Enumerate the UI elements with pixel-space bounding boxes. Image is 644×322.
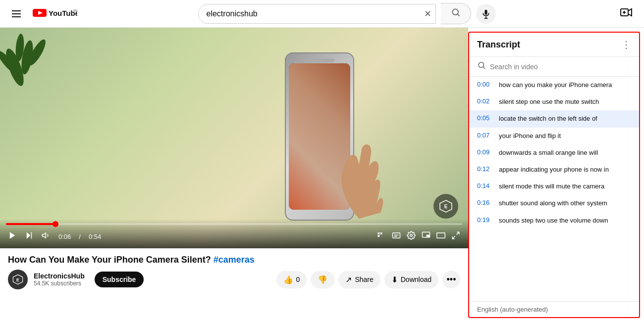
- transcript-item[interactable]: 0:07 your iPhone and flip it: [469, 128, 639, 144]
- transcript-item[interactable]: 0:16 shutter sound along with other syst…: [469, 195, 639, 212]
- search-input[interactable]: [199, 5, 420, 22]
- video-controls: 0:06 / 0:54: [0, 219, 468, 248]
- subtitles-icon: [392, 231, 401, 240]
- right-controls: [375, 229, 462, 244]
- share-button[interactable]: ↗ Share: [338, 271, 380, 288]
- more-actions-button[interactable]: •••: [442, 271, 460, 288]
- create-video-icon: [620, 6, 632, 18]
- youtube-logo[interactable]: YouTube IN: [33, 8, 77, 19]
- transcript-items-list: 0:00 how can you make your iPhone camera…: [469, 77, 639, 301]
- theater-button[interactable]: [434, 229, 447, 244]
- video-player[interactable]: E: [0, 28, 468, 248]
- like-icon: 👍: [283, 275, 293, 284]
- svg-rect-31: [427, 235, 429, 237]
- chapters-icon: [377, 231, 386, 240]
- video-frame: E: [0, 28, 468, 248]
- transcript-item[interactable]: 0:12 appear indicating your phone is now…: [469, 161, 639, 178]
- download-icon: ⬇: [391, 275, 398, 284]
- transcript-time: 0:14: [477, 182, 493, 191]
- transcript-time: 0:12: [477, 165, 493, 174]
- microphone-icon: [481, 9, 491, 19]
- play-button[interactable]: [6, 229, 19, 244]
- play-icon: [8, 231, 17, 240]
- transcript-item[interactable]: 0:00 how can you make your iPhone camera: [469, 77, 639, 93]
- search-area: ✕: [85, 3, 608, 24]
- svg-text:IN: IN: [73, 8, 77, 13]
- subscribe-button[interactable]: Subscribe: [95, 272, 144, 287]
- search-button[interactable]: [441, 3, 471, 24]
- fullscreen-icon: [451, 231, 460, 240]
- like-button[interactable]: 👍 0: [276, 271, 307, 288]
- svg-rect-23: [378, 232, 380, 234]
- search-bar-container: ✕: [198, 4, 436, 24]
- download-button[interactable]: ⬇ Download: [384, 271, 438, 288]
- channel-info: ElectronicsHub 54.5K subscribers: [34, 272, 85, 287]
- below-video: How Can You Make Your iPhone Camera Sile…: [0, 248, 468, 295]
- progress-bar[interactable]: [6, 223, 462, 225]
- transcript-item[interactable]: 0:19 sounds step two use the volume down: [469, 212, 639, 229]
- svg-rect-32: [437, 233, 445, 238]
- svg-rect-6: [484, 9, 487, 14]
- video-section: E: [0, 28, 468, 322]
- svg-text:E: E: [444, 204, 448, 209]
- transcript-text: locate the switch on the left side of: [499, 114, 597, 123]
- miniplayer-button[interactable]: [420, 229, 432, 244]
- svg-rect-21: [31, 232, 32, 239]
- transcript-language: English (auto-generated): [469, 301, 639, 317]
- fullscreen-button[interactable]: [449, 229, 462, 244]
- more-icon: •••: [447, 275, 456, 285]
- action-buttons: 👍 0 👎 ↗ Share ⬇ Download •: [276, 271, 460, 288]
- dislike-icon: 👎: [318, 275, 327, 284]
- dislike-button[interactable]: 👎: [311, 271, 334, 288]
- clear-search-button[interactable]: ✕: [420, 4, 435, 23]
- controls-row: 0:06 / 0:54: [6, 229, 462, 244]
- youtube-icon: YouTube IN: [33, 8, 77, 19]
- transcript-text: downwards a small orange line will: [499, 148, 598, 157]
- transcript-menu-button[interactable]: ⋮: [621, 39, 631, 50]
- transcript-text: your iPhone and flip it: [499, 132, 561, 140]
- chapters-button[interactable]: [375, 229, 388, 244]
- channel-name[interactable]: ElectronicsHub: [34, 272, 85, 280]
- transcript-text: shutter sound along with other system: [499, 199, 607, 208]
- time-separator: /: [79, 233, 81, 240]
- transcript-search-row: [469, 57, 639, 77]
- settings-icon: [407, 231, 416, 240]
- transcript-time: 0:19: [477, 216, 493, 225]
- hamburger-icon: [12, 10, 21, 17]
- transcript-search-input[interactable]: [490, 63, 631, 71]
- transcript-search-icon: [477, 61, 486, 72]
- transcript-item[interactable]: 0:02 silent step one use the mute switch: [469, 93, 639, 110]
- svg-marker-22: [43, 233, 46, 238]
- menu-button[interactable]: [8, 6, 25, 21]
- transcript-text: appear indicating your phone is now in: [499, 165, 609, 174]
- voice-search-button[interactable]: [476, 4, 496, 24]
- next-icon: [25, 231, 34, 240]
- subtitles-button[interactable]: [390, 229, 403, 244]
- svg-text:E: E: [16, 277, 19, 282]
- transcript-item[interactable]: 0:14 silent mode this will mute the came…: [469, 178, 639, 195]
- transcript-item[interactable]: 0:09 downwards a small orange line will: [469, 144, 639, 161]
- next-button[interactable]: [23, 229, 36, 244]
- time-display: 0:06: [58, 233, 71, 240]
- theater-icon: [436, 231, 445, 240]
- svg-point-36: [479, 62, 484, 68]
- transcript-text: sounds step two use the volume down: [499, 216, 608, 225]
- progress-dot: [53, 221, 58, 227]
- time-total: 0:54: [89, 233, 101, 240]
- transcript-time: 0:09: [477, 148, 493, 157]
- svg-line-34: [452, 236, 455, 239]
- settings-button[interactable]: [405, 229, 418, 244]
- create-button[interactable]: [616, 2, 636, 25]
- channel-logo-icon: E: [12, 274, 24, 285]
- channel-watermark: E: [433, 194, 458, 219]
- hashtag-link[interactable]: #cameras: [214, 255, 255, 265]
- volume-button[interactable]: [40, 229, 53, 244]
- transcript-item[interactable]: 0:05 locate the switch on the left side …: [469, 110, 639, 127]
- svg-point-4: [452, 9, 458, 15]
- svg-point-29: [410, 234, 413, 237]
- svg-rect-25: [378, 235, 380, 237]
- channel-subscribers: 54.5K subscribers: [34, 280, 85, 287]
- share-label: Share: [355, 276, 373, 283]
- svg-rect-24: [380, 232, 382, 234]
- progress-fill: [6, 223, 56, 225]
